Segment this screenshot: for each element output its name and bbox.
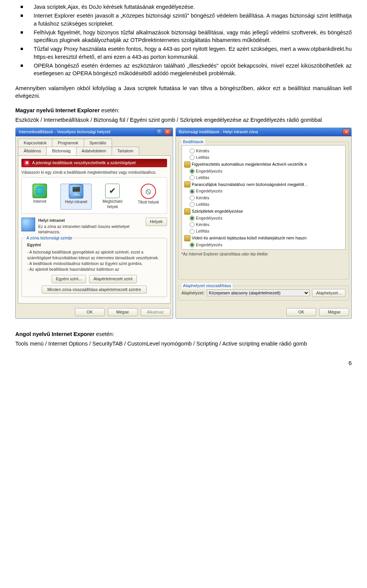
tab-connections[interactable]: Kapcsolatok <box>18 139 52 147</box>
setting-group-label: Figyelmeztetés automatikus megjelenítése… <box>192 162 307 167</box>
bullet-text: Felhívjuk figyelmét, hogy bizonyos tűzfa… <box>34 29 352 44</box>
setting-option-label: Letiltás <box>196 155 209 160</box>
en-ie-heading: Angol nyelvű Internet Exporer esetén: <box>15 330 352 338</box>
en-ie-path: Tools menü / Internet Options / Security… <box>15 340 352 347</box>
sites-button[interactable]: Helyek <box>146 218 167 226</box>
setting-option[interactable]: Letiltás <box>184 228 343 234</box>
setting-group-icon <box>184 181 190 187</box>
bullet-icon <box>21 31 23 34</box>
tabs-row2: Általános Biztonság Adatvédelem Tartalom <box>18 147 171 155</box>
setting-option[interactable]: Kérdés <box>184 221 343 228</box>
reset-button[interactable]: Alaphelyzet... <box>312 289 346 297</box>
close-button[interactable]: ✕ <box>343 129 350 135</box>
setting-radio[interactable] <box>190 155 195 160</box>
fieldset-legend: Beállítások <box>182 139 205 145</box>
setting-group-icon <box>184 208 190 215</box>
setting-group-label: Videó és animáció lejátszása külső média… <box>192 235 307 241</box>
internet-options-dialog: Internetbeállítások - Veszélyes biztonsá… <box>15 128 173 319</box>
setting-radio[interactable] <box>190 149 195 153</box>
zone-description: Ez a zóna az intraneten található összes… <box>38 224 143 235</box>
ok-button[interactable]: OK <box>75 308 105 316</box>
setting-option[interactable]: Letiltás <box>184 154 343 161</box>
zone-internet[interactable]: 🌐Internet <box>24 184 55 210</box>
setting-option-label: Engedélyezés <box>196 215 222 221</box>
setting-option[interactable]: Letiltás <box>184 201 343 208</box>
setting-group: Parancsfájlok használatához nem biztonsá… <box>184 181 343 188</box>
setting-option-label: Engedélyezés <box>196 188 222 194</box>
bullet-text: OPERA böngésző esetén érdemes az eszközt… <box>34 62 352 78</box>
setting-group: Szkriptletek engedélyezése <box>184 208 343 215</box>
setting-option[interactable]: Kérdés <box>184 148 343 154</box>
bullet-icon <box>21 15 23 17</box>
forbidden-icon: ⦸ <box>141 184 156 199</box>
reset-all-zones-button[interactable]: Minden zóna visszaállítása alapértelmeze… <box>42 286 147 294</box>
setting-option[interactable]: Letiltás <box>184 248 343 250</box>
setting-option-label: Engedélyezés <box>196 242 222 248</box>
setting-radio[interactable] <box>190 242 195 247</box>
setting-radio[interactable] <box>190 195 195 200</box>
zone-title: Helyi intranet <box>38 218 143 223</box>
setting-option[interactable]: Engedélyezés <box>184 188 343 194</box>
zone-local-intranet[interactable]: 🖥️Helyi intranet <box>60 184 92 210</box>
zone-restricted[interactable]: ⦸Tiltott helyek <box>133 184 164 210</box>
setting-option-label: Letiltás <box>196 202 209 207</box>
setting-radio[interactable] <box>190 229 195 234</box>
settings-tree[interactable]: KérdésLetiltásFigyelmeztetés automatikus… <box>182 145 346 250</box>
setting-radio[interactable] <box>190 169 195 174</box>
setting-option[interactable]: Engedélyezés <box>184 242 343 248</box>
setting-radio[interactable] <box>190 249 195 250</box>
bullet-text: Tűzfal vagy Proxy használata esetén font… <box>34 45 352 61</box>
setting-radio[interactable] <box>190 202 195 207</box>
hu-ie-heading-tail: esetén: <box>100 107 120 113</box>
hu-ie-heading-bold: Magyar nyelvű Internet Explorer <box>15 107 100 113</box>
reset-fieldset: Alaphelyzet visszaállítása Alaphelyzet: … <box>178 286 349 300</box>
check-icon: ✔ <box>105 184 120 198</box>
globe-icon: 🌐 <box>32 184 47 198</box>
tab-security[interactable]: Biztonság <box>46 147 76 155</box>
titlebar: Biztonsági beállítások - Helyi intranet … <box>176 128 351 136</box>
setting-radio[interactable] <box>190 222 195 227</box>
default-level-button[interactable]: Alapértelmezett szint <box>89 275 136 283</box>
zone-icon-large <box>21 218 35 231</box>
custom-level-button[interactable]: Egyéni szint... <box>52 275 86 283</box>
setting-option-label: Kérdés <box>196 195 209 201</box>
cancel-button[interactable]: Mégse <box>319 308 349 316</box>
setting-option[interactable]: Engedélyezés <box>184 168 343 174</box>
help-button[interactable]: ? <box>156 129 163 135</box>
tab-programs[interactable]: Programok <box>52 139 84 147</box>
custom-desc-1: - A biztonsági beállítások gyengébbek az… <box>27 249 164 260</box>
custom-level-label: Egyéni <box>27 242 164 248</box>
setting-group: Figyelmeztetés automatikus megjelenítése… <box>184 161 343 168</box>
custom-desc-3: - Az ajánlott beállítások használatához … <box>27 267 164 272</box>
tab-content[interactable]: Tartalom <box>112 147 139 155</box>
tab-privacy[interactable]: Adatvédelem <box>76 147 112 155</box>
en-ie-heading-tail: esetén: <box>94 331 114 337</box>
custom-desc-2: - A beállítások módosításához kattintson… <box>27 261 164 267</box>
setting-radio[interactable] <box>190 175 195 180</box>
hu-ie-path: Eszközök / Internetbeállítások / Biztons… <box>15 116 352 124</box>
tab-general[interactable]: Általános <box>18 147 47 155</box>
window-title: Biztonsági beállítások - Helyi intranet … <box>179 129 341 135</box>
zone-label: Megbízható helyek <box>97 199 128 210</box>
titlebar: Internetbeállítások - Veszélyes biztonsá… <box>16 128 173 136</box>
warning-bar: ✖ A jelenlegi beállítások veszélyeztethe… <box>21 159 167 167</box>
zone-label: Internet <box>33 199 46 204</box>
reset-level-select[interactable]: Közepesen alacsony (alapértelmezett) <box>207 289 310 296</box>
setting-group-label: Szkriptletek engedélyezése <box>192 208 243 214</box>
setting-radio[interactable] <box>190 216 195 221</box>
dialog-buttons: OK Mégse Alkalmaz <box>16 306 173 318</box>
setting-group: Videó és animáció lejátszása külső média… <box>184 235 343 242</box>
apply-button[interactable]: Alkalmaz <box>141 308 171 316</box>
setting-option[interactable]: Engedélyezés <box>184 215 343 221</box>
bullet-icon <box>21 6 23 8</box>
setting-option[interactable]: Kérdés <box>184 195 343 201</box>
cancel-button[interactable]: Mégse <box>108 308 138 316</box>
setting-option[interactable]: Letiltás <box>184 174 343 181</box>
zone-trusted[interactable]: ✔Megbízható helyek <box>97 184 128 210</box>
ok-button[interactable]: OK <box>286 308 316 316</box>
setting-radio[interactable] <box>190 189 195 194</box>
setting-option-label: Letiltás <box>196 175 209 181</box>
window-title: Internetbeállítások - Veszélyes biztonsá… <box>19 129 154 135</box>
close-button[interactable]: ✕ <box>164 129 171 135</box>
tab-advanced[interactable]: Speciális <box>84 139 112 147</box>
